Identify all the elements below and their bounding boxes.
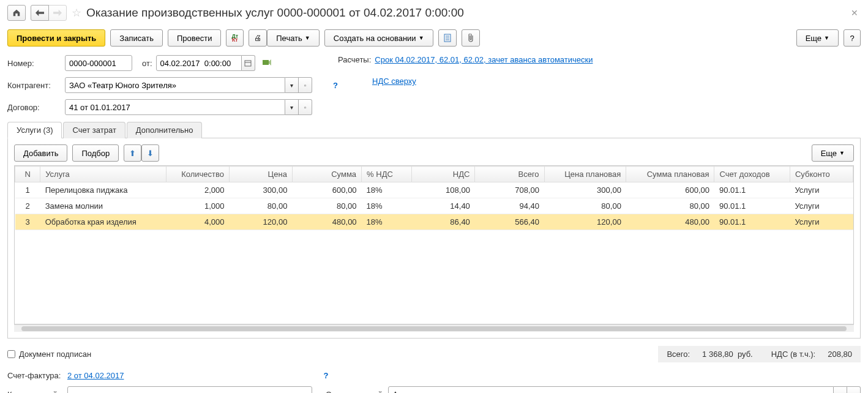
caret-down-icon: ▼	[824, 35, 829, 41]
page-title: Оказание производственных услуг 0000-000…	[86, 6, 844, 20]
from-label: от:	[142, 59, 152, 68]
invoice-help[interactable]: ?	[323, 371, 328, 380]
favorite-star-icon[interactable]: ☆	[72, 6, 81, 20]
number-label: Номер:	[7, 59, 61, 68]
comment-label: Комментарий:	[7, 390, 64, 394]
calendar-icon	[244, 59, 252, 67]
caret-down-icon: ▼	[305, 35, 310, 41]
dt-kt-button[interactable]: ДтКт	[226, 29, 244, 47]
forward-button	[48, 5, 67, 21]
dt-kt-icon: ДтКт	[231, 34, 238, 42]
col-n[interactable]: N	[15, 167, 40, 182]
invoice-link[interactable]: 2 от 04.02.2017	[67, 371, 124, 380]
contract-input[interactable]	[65, 99, 285, 115]
arrow-left-icon	[36, 9, 44, 17]
help-button[interactable]: ?	[844, 29, 861, 47]
col-plan-price[interactable]: Цена плановая	[544, 167, 626, 182]
currency-label: руб.	[738, 350, 753, 359]
horizontal-scrollbar[interactable]	[14, 324, 854, 332]
col-price[interactable]: Цена	[229, 167, 292, 182]
back-button[interactable]	[31, 5, 49, 21]
calc-label: Расчеты:	[338, 55, 371, 64]
contract-label: Договор:	[7, 103, 61, 112]
contract-open-button[interactable]: ▫	[299, 99, 312, 115]
totals-panel: Всего:1 368,80 руб. НДС (в т.ч.):208,80	[658, 346, 861, 362]
vat-link[interactable]: НДС сверху	[372, 77, 416, 86]
pick-button[interactable]: Подбор	[72, 144, 119, 162]
move-up-button[interactable]: ⬆	[124, 144, 141, 162]
more-dropdown[interactable]: Еще ▼	[796, 29, 839, 47]
post-and-close-button[interactable]: Провести и закрыть	[7, 29, 105, 47]
report-button[interactable]	[438, 29, 457, 47]
col-sum[interactable]: Сумма	[292, 167, 361, 182]
calendar-button[interactable]	[242, 55, 255, 71]
total-label: Всего:	[667, 350, 690, 359]
attach-button[interactable]	[462, 29, 480, 47]
number-input[interactable]	[65, 55, 132, 71]
responsible-input[interactable]	[388, 386, 834, 393]
col-subkonto[interactable]: Субконто	[790, 167, 853, 182]
responsible-label: Ответственный:	[326, 390, 384, 394]
calc-link[interactable]: Срок 04.02.2017, 62.01, 62.02, зачет ава…	[375, 55, 593, 64]
tab-cost-account[interactable]: Счет затрат	[63, 122, 125, 138]
col-qty[interactable]: Количество	[166, 167, 230, 182]
create-based-on-dropdown[interactable]: Создать на основании ▼	[324, 29, 433, 47]
print-icon-button[interactable]: 🖨	[249, 29, 267, 47]
services-table[interactable]: N Услуга Количество Цена Сумма % НДС НДС…	[14, 165, 854, 324]
comment-input[interactable]	[67, 386, 312, 393]
status-icon	[263, 59, 271, 68]
close-button[interactable]: ✕	[848, 8, 861, 18]
save-button[interactable]: Записать	[110, 29, 163, 47]
contragent-label: Контрагент:	[7, 81, 61, 90]
svg-rect-4	[245, 61, 251, 66]
col-service[interactable]: Услуга	[40, 167, 166, 182]
col-vat-pct[interactable]: % НДС	[362, 167, 412, 182]
caret-down-icon: ▼	[839, 150, 845, 156]
col-plan-sum[interactable]: Сумма плановая	[626, 167, 714, 182]
tab-additional[interactable]: Дополнительно	[127, 122, 203, 138]
home-button[interactable]	[7, 5, 26, 21]
contragent-select-button[interactable]: ▾	[285, 77, 299, 93]
home-icon	[12, 9, 21, 17]
print-dropdown[interactable]: Печать ▼	[267, 29, 320, 47]
col-income-acct[interactable]: Счет доходов	[714, 167, 790, 182]
invoice-label: Счет-фактура:	[7, 371, 64, 380]
table-more-dropdown[interactable]: Еще ▼	[812, 144, 854, 162]
responsible-select-button[interactable]: ▾	[834, 386, 847, 393]
post-button[interactable]: Провести	[168, 29, 222, 47]
printer-icon: 🖨	[254, 34, 261, 42]
responsible-open-button[interactable]: ▫	[847, 386, 861, 393]
add-button[interactable]: Добавить	[14, 144, 67, 162]
col-vat[interactable]: НДС	[412, 167, 475, 182]
arrow-right-icon	[53, 9, 62, 17]
table-row[interactable]: 1Перелицовка пиджака2,000300,00600,0018%…	[15, 182, 853, 198]
table-row[interactable]: 2Замена молнии1,00080,0080,0018%14,4094,…	[15, 198, 853, 214]
arrow-up-icon: ⬆	[129, 149, 136, 158]
vat-value: 208,80	[828, 350, 852, 359]
total-value: 1 368,80	[702, 350, 733, 359]
contragent-open-button[interactable]: ▫	[299, 77, 312, 93]
contract-select-button[interactable]: ▾	[285, 99, 299, 115]
caret-down-icon: ▼	[419, 35, 424, 41]
document-signed-checkbox[interactable]: Документ подписан	[7, 350, 91, 359]
date-input[interactable]	[156, 55, 242, 71]
paperclip-icon	[467, 34, 474, 42]
arrow-down-icon: ⬇	[147, 149, 154, 158]
move-down-button[interactable]: ⬇	[141, 144, 159, 162]
document-icon	[444, 34, 451, 42]
col-total[interactable]: Всего	[475, 167, 544, 182]
vat-label: НДС (в т.ч.):	[771, 350, 816, 359]
tab-services[interactable]: Услуги (3)	[7, 122, 62, 138]
contragent-help[interactable]: ?	[333, 81, 338, 90]
contragent-input[interactable]	[65, 77, 285, 93]
table-row[interactable]: 3Обработка края изделия4,000120,00480,00…	[15, 214, 853, 230]
